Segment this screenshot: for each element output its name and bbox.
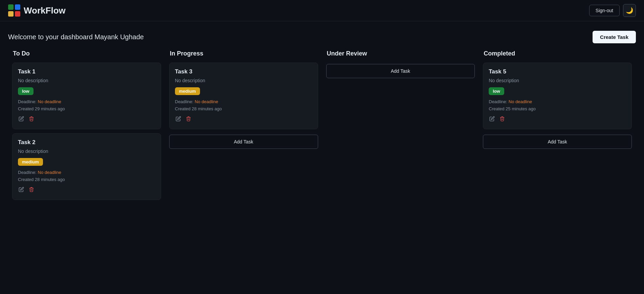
task-board: To DoTask 1No descriptionlowDeadline: No… <box>0 50 644 212</box>
priority-badge-task5: low <box>489 87 504 95</box>
priority-badge-task3: medium <box>175 87 200 95</box>
edit-task-button-task1[interactable] <box>18 115 25 123</box>
task-title-task3: Task 3 <box>175 68 312 75</box>
column-inprogress: In ProgressTask 3No descriptionmediumDea… <box>165 50 322 204</box>
task-description-task5: No description <box>489 78 626 83</box>
logo-icon <box>8 4 20 17</box>
create-task-button[interactable]: Create Task <box>593 31 636 43</box>
task-description-task3: No description <box>175 78 312 83</box>
task-deadline-task1: Deadline: No deadline <box>18 99 155 104</box>
add-task-button-top-underreview[interactable]: Add Task <box>326 64 475 78</box>
edit-task-button-task5[interactable] <box>489 115 495 123</box>
deadline-value-task5: No deadline <box>509 99 532 104</box>
column-underreview: Under ReviewAdd Task <box>322 50 479 204</box>
task-title-task2: Task 2 <box>18 139 155 146</box>
logo-text: WorkFlow <box>24 5 66 16</box>
deadline-value-task1: No deadline <box>38 99 61 104</box>
column-title-inprogress: In Progress <box>169 50 318 57</box>
task-actions-task5 <box>489 115 626 123</box>
header-actions: Sign-out 🌙 <box>589 4 636 17</box>
task-card-task2: Task 2No descriptionmediumDeadline: No d… <box>12 133 161 200</box>
welcome-bar: Welcome to your dashboard Mayank Ughade … <box>0 21 644 50</box>
task-title-task5: Task 5 <box>489 68 626 75</box>
task-card-task5: Task 5No descriptionlowDeadline: No dead… <box>483 63 632 129</box>
delete-task-button-task1[interactable] <box>28 115 35 123</box>
task-card-task1: Task 1No descriptionlowDeadline: No dead… <box>12 63 161 129</box>
task-deadline-task3: Deadline: No deadline <box>175 99 312 104</box>
add-task-button-completed[interactable]: Add Task <box>483 135 632 149</box>
edit-task-button-task3[interactable] <box>175 115 182 123</box>
deadline-value-task3: No deadline <box>195 99 218 104</box>
task-deadline-task2: Deadline: No deadline <box>18 170 155 175</box>
add-task-button-inprogress[interactable]: Add Task <box>169 135 318 149</box>
delete-task-button-task2[interactable] <box>28 186 35 194</box>
column-completed: CompletedTask 5No descriptionlowDeadline… <box>479 50 636 204</box>
priority-badge-task2: medium <box>18 158 43 166</box>
task-deadline-task5: Deadline: No deadline <box>489 99 626 104</box>
column-title-underreview: Under Review <box>326 50 475 57</box>
logo-area: WorkFlow <box>8 4 66 17</box>
theme-toggle-button[interactable]: 🌙 <box>623 4 636 17</box>
deadline-value-task2: No deadline <box>38 170 61 175</box>
task-actions-task1 <box>18 115 155 123</box>
app-header: WorkFlow Sign-out 🌙 <box>0 0 644 21</box>
task-created-task1: Created 29 minutes ago <box>18 106 155 111</box>
welcome-text: Welcome to your dashboard Mayank Ughade <box>8 33 144 41</box>
task-title-task1: Task 1 <box>18 68 155 75</box>
column-todo: To DoTask 1No descriptionlowDeadline: No… <box>8 50 165 204</box>
task-created-task5: Created 25 minutes ago <box>489 106 626 111</box>
svg-rect-0 <box>8 4 14 10</box>
task-actions-task3 <box>175 115 312 123</box>
svg-rect-1 <box>15 4 20 10</box>
task-created-task3: Created 28 minutes ago <box>175 106 312 111</box>
delete-task-button-task3[interactable] <box>185 115 192 123</box>
task-description-task2: No description <box>18 149 155 154</box>
task-card-task3: Task 3No descriptionmediumDeadline: No d… <box>169 63 318 129</box>
task-description-task1: No description <box>18 78 155 83</box>
column-title-todo: To Do <box>12 50 161 57</box>
delete-task-button-task5[interactable] <box>499 115 506 123</box>
priority-badge-task1: low <box>18 87 34 95</box>
edit-task-button-task2[interactable] <box>18 186 25 194</box>
svg-rect-2 <box>8 11 14 17</box>
task-created-task2: Created 28 minutes ago <box>18 177 155 182</box>
svg-rect-3 <box>15 11 20 17</box>
task-actions-task2 <box>18 186 155 194</box>
sign-out-button[interactable]: Sign-out <box>589 5 620 16</box>
column-title-completed: Completed <box>483 50 632 57</box>
